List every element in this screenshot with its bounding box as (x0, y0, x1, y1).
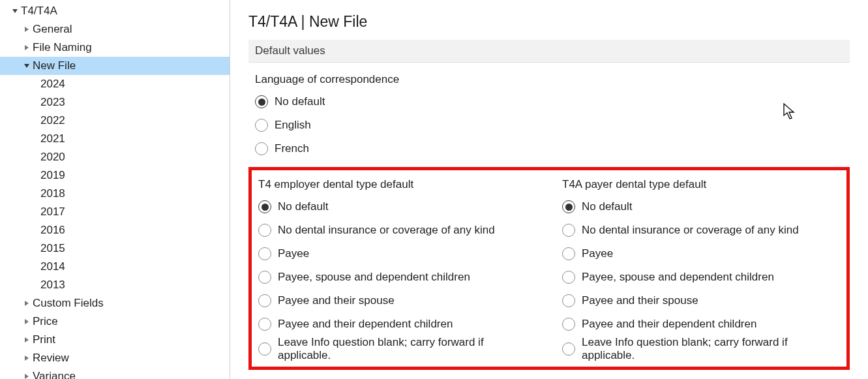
sidebar-item-label: General (33, 23, 72, 36)
section-default-values: Default values (248, 40, 850, 63)
radio-t4a-dental-6[interactable]: Leave Info question blank; carry forward… (562, 336, 840, 363)
radio-icon (258, 318, 271, 331)
chevron-down-icon (22, 61, 31, 70)
radio-icon (258, 224, 271, 237)
radio-group-language: No default English French (255, 90, 850, 160)
radio-t4a-dental-5[interactable]: Payee and their dependent children (562, 312, 840, 336)
radio-icon (258, 342, 271, 356)
sidebar-year-2019[interactable]: 2019 (0, 166, 230, 185)
radio-t4a-dental-2[interactable]: Payee (562, 242, 840, 265)
sidebar-year-2014[interactable]: 2014 (0, 258, 230, 276)
radio-label: Payee and their spouse (582, 294, 698, 307)
sidebar-item-label: 2020 (40, 151, 65, 164)
sidebar-item-price[interactable]: Price (0, 312, 230, 331)
radio-t4-dental-0[interactable]: No default (258, 195, 536, 219)
radio-icon (562, 294, 575, 307)
radio-label: No default (278, 200, 329, 213)
sidebar-item-variance[interactable]: Variance (0, 367, 230, 379)
chevron-right-icon (22, 335, 31, 344)
group-label-t4a-dental: T4A payer dental type default (562, 178, 840, 191)
sidebar-year-2024[interactable]: 2024 (0, 75, 230, 93)
radio-icon (562, 200, 575, 213)
radio-icon (562, 247, 575, 260)
sidebar-year-2022[interactable]: 2022 (0, 112, 230, 130)
sidebar-year-2015[interactable]: 2015 (0, 239, 230, 258)
sidebar-year-2018[interactable]: 2018 (0, 185, 230, 203)
chevron-right-icon (22, 43, 31, 52)
radio-t4-dental-4[interactable]: Payee and their spouse (258, 289, 536, 312)
radio-t4-dental-5[interactable]: Payee and their dependent children (258, 312, 536, 336)
radio-icon (562, 271, 575, 284)
radio-language-english[interactable]: English (255, 114, 850, 137)
radio-label: Payee (582, 247, 613, 260)
sidebar-item-label: 2017 (40, 205, 65, 219)
sidebar-item-new-file[interactable]: New File (0, 57, 230, 75)
radio-icon (562, 342, 575, 356)
sidebar-item-label: Print (33, 333, 55, 346)
radio-icon (562, 318, 575, 331)
sidebar-item-review[interactable]: Review (0, 349, 230, 367)
radio-label: Leave Info question blank; carry forward… (582, 336, 840, 363)
radio-label: Payee, spouse and dependent children (582, 271, 774, 284)
sidebar-item-label: 2023 (40, 96, 65, 109)
radio-t4a-dental-0[interactable]: No default (562, 195, 840, 219)
chevron-right-icon (22, 317, 31, 326)
dental-highlight-box: T4 employer dental type default No defau… (248, 167, 850, 370)
radio-icon (562, 224, 575, 237)
radio-icon (255, 95, 268, 108)
sidebar-item-general[interactable]: General (0, 20, 230, 38)
radio-t4-dental-1[interactable]: No dental insurance or coverage of any k… (258, 219, 536, 242)
radio-label: No default (275, 95, 325, 108)
radio-label: No default (582, 200, 633, 213)
radio-group-t4-dental: No default No dental insurance or covera… (258, 195, 536, 363)
dental-col-t4: T4 employer dental type default No defau… (258, 178, 536, 363)
sidebar-item-label: 2015 (40, 242, 65, 255)
radio-icon (258, 200, 271, 213)
radio-t4a-dental-3[interactable]: Payee, spouse and dependent children (562, 265, 840, 289)
svg-marker-3 (24, 64, 29, 68)
sidebar-year-2023[interactable]: 2023 (0, 93, 230, 112)
svg-marker-1 (25, 27, 29, 32)
sidebar-item-label: 2024 (40, 78, 65, 91)
svg-marker-8 (25, 374, 29, 379)
svg-marker-5 (25, 319, 29, 324)
sidebar-item-label: 2014 (40, 260, 65, 273)
chevron-right-icon (22, 299, 31, 308)
radio-t4a-dental-4[interactable]: Payee and their spouse (562, 289, 840, 312)
sidebar-item-label: 2016 (40, 224, 65, 237)
main-panel: T4/T4A | New File Default values Languag… (230, 0, 868, 379)
tree-root-label: T4/T4A (21, 5, 57, 18)
chevron-down-icon (10, 7, 20, 16)
chevron-right-icon (22, 372, 31, 379)
group-label-language: Language of correspondence (255, 73, 850, 86)
radio-language-french[interactable]: French (255, 137, 850, 160)
sidebar-item-label: New File (33, 59, 76, 72)
sidebar-year-2020[interactable]: 2020 (0, 148, 230, 166)
radio-label: Payee, spouse and dependent children (278, 271, 470, 284)
radio-label: Payee and their dependent children (278, 318, 453, 331)
sidebar-item-label: 2013 (40, 279, 65, 292)
radio-group-t4a-dental: No default No dental insurance or covera… (562, 195, 840, 363)
sidebar-item-print[interactable]: Print (0, 331, 230, 349)
radio-t4-dental-6[interactable]: Leave Info question blank; carry forward… (258, 336, 536, 363)
sidebar-year-2021[interactable]: 2021 (0, 130, 230, 148)
svg-marker-4 (25, 301, 29, 306)
svg-marker-0 (12, 9, 18, 13)
sidebar-item-label: Variance (33, 370, 76, 379)
sidebar-year-2016[interactable]: 2016 (0, 221, 230, 239)
sidebar-item-label: Review (33, 352, 69, 365)
sidebar-item-label: File Naming (33, 41, 92, 54)
sidebar-item-label: Custom Fields (33, 297, 104, 310)
sidebar-year-2013[interactable]: 2013 (0, 276, 230, 294)
radio-t4-dental-3[interactable]: Payee, spouse and dependent children (258, 265, 536, 289)
radio-icon (255, 142, 268, 155)
tree-root-t4t4a[interactable]: T4/T4A (0, 2, 230, 20)
sidebar-item-label: 2021 (40, 132, 65, 145)
radio-t4a-dental-1[interactable]: No dental insurance or coverage of any k… (562, 219, 840, 242)
sidebar-item-file-naming[interactable]: File Naming (0, 38, 230, 57)
sidebar-year-2017[interactable]: 2017 (0, 203, 230, 221)
sidebar-item-custom-fields[interactable]: Custom Fields (0, 294, 230, 312)
radio-language-no-default[interactable]: No default (255, 90, 850, 114)
radio-t4-dental-2[interactable]: Payee (258, 242, 536, 265)
radio-label: Payee and their spouse (278, 294, 395, 307)
